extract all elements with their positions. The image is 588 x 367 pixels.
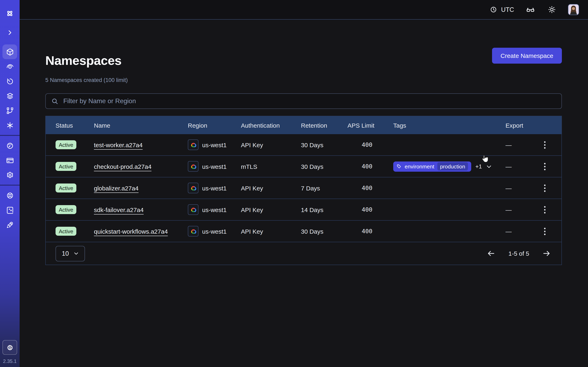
table-row[interactable]: Active globalizer.a27a4 us-west1 API Key… [46,177,562,199]
arrow-right-icon [542,249,551,258]
create-namespace-button[interactable]: Create Namespace [492,48,562,63]
aps-cell: 400 [347,163,373,170]
chevron-down-icon [73,251,79,256]
svg-text:$: $ [9,346,11,349]
sidebar-item-namespaces[interactable] [2,44,17,59]
sidebar-item-insights[interactable] [2,59,17,74]
tags-wrap: environment production +1 [393,161,503,171]
retention-cell: 7 Days [301,184,347,192]
export-dash: — [506,163,512,170]
row-menu-button[interactable] [540,161,549,172]
header-status: Status [56,122,94,129]
timer-icon [6,77,14,85]
app-window: $ 2.35.1 UTC [0,0,588,367]
row-menu-button[interactable] [540,139,549,150]
tags-more-count[interactable]: +1 [475,163,482,170]
table-body: Active test-worker.a27a4 us-west1 API Ke… [46,134,562,242]
timezone-selector[interactable]: UTC [490,6,514,13]
filter-input[interactable] [62,97,556,105]
status-badge: Active [56,205,77,214]
namespace-link[interactable]: quickstart-workflows.a27a4 [94,228,168,235]
sidebar-item-nexus[interactable] [2,118,17,133]
region-label: us-west1 [202,206,227,213]
credits-badge-button[interactable]: $ [2,340,17,355]
export-dash: — [506,141,512,148]
timezone-label: UTC [501,6,514,13]
sidebar-item-docs[interactable] [2,203,17,217]
kebab-icon [544,184,545,192]
header-name: Name [94,122,188,129]
namespace-link[interactable]: test-worker.a27a4 [94,141,143,148]
table-row[interactable]: Active sdk-failover.a27a4 us-west1 API K… [46,199,562,220]
labs-glasses-button[interactable] [525,4,536,15]
export-dash: — [506,184,512,192]
region-label: us-west1 [202,141,227,148]
lifebuoy-icon [6,191,14,200]
kebab-icon [544,227,545,235]
sidebar-divider [0,135,20,136]
chevron-right-icon [7,29,13,36]
page-size-value: 10 [62,250,69,257]
export-dash: — [506,206,512,213]
page-size-select[interactable]: 10 [56,246,85,261]
auth-cell: API Key [241,184,301,192]
clock-icon [490,6,497,13]
asterisk-icon [6,121,14,129]
sidebar-item-settings[interactable] [2,167,17,182]
aps-cell: 400 [347,142,373,148]
table-footer: 10 1-5 of 5 [46,242,562,265]
page-title: Namespaces [45,53,128,69]
arrow-left-icon [487,249,495,258]
row-menu-button[interactable] [540,204,549,215]
row-menu-button[interactable] [540,226,549,237]
sidebar-item-support[interactable] [2,188,17,203]
namespace-link[interactable]: sdk-failover.a27a4 [94,206,144,213]
branch-icon [6,106,14,115]
user-avatar[interactable] [568,4,579,15]
status-badge: Active [56,140,77,149]
main-content: Namespaces 5 Namespaces created (100 lim… [20,20,588,367]
sidebar-item-getting-started[interactable] [2,217,17,232]
retention-cell: 30 Days [301,163,347,170]
sidebar-item-deployments[interactable] [2,89,17,103]
sidebar-expand-button[interactable] [2,28,17,38]
cube-icon [6,48,14,56]
gcp-region-icon [188,140,199,150]
status-badge: Active [56,162,77,171]
table-row[interactable]: Active test-worker.a27a4 us-west1 API Ke… [46,134,562,155]
table-row[interactable]: Active checkout-prod.a27a4 us-west1 mTLS… [46,155,562,177]
retention-cell: 30 Days [301,141,347,148]
namespace-link[interactable]: globalizer.a27a4 [94,184,139,192]
header-retention: Retention [301,122,347,129]
temporal-logo-icon[interactable] [2,6,17,21]
prev-page-button[interactable] [486,248,496,259]
sidebar-item-usage[interactable] [2,138,17,153]
sidebar-divider [0,185,20,185]
sidebar: $ 2.35.1 [0,0,20,367]
next-page-button[interactable] [541,248,552,259]
app-version: 2.35.1 [3,359,17,364]
row-menu-button[interactable] [540,183,549,193]
status-badge: Active [56,184,77,192]
tags-expand-chevron[interactable] [486,163,492,169]
retention-cell: 30 Days [301,228,347,235]
sidebar-item-schedules[interactable] [2,74,17,89]
sidebar-item-billing[interactable] [2,153,17,167]
tag-pill[interactable]: environment production [393,161,471,171]
auth-cell: API Key [241,228,301,235]
topbar: UTC [20,0,588,20]
gauge-icon [6,141,14,150]
avatar-image [568,4,579,15]
kebab-icon [544,141,545,149]
region-label: us-west1 [202,163,227,170]
table-row[interactable]: Active quickstart-workflows.a27a4 us-wes… [46,220,562,242]
rocket-icon [6,220,14,229]
gcp-region-icon [188,161,199,172]
namespaces-table: Status Name Region Authentication Retent… [45,116,562,265]
region-label: us-west1 [202,184,227,192]
header-region: Region [188,122,241,129]
theme-toggle-button[interactable] [547,4,557,15]
namespace-link[interactable]: checkout-prod.a27a4 [94,163,151,170]
sidebar-item-batch-operations[interactable] [2,103,17,118]
filter-bar[interactable] [45,93,562,109]
